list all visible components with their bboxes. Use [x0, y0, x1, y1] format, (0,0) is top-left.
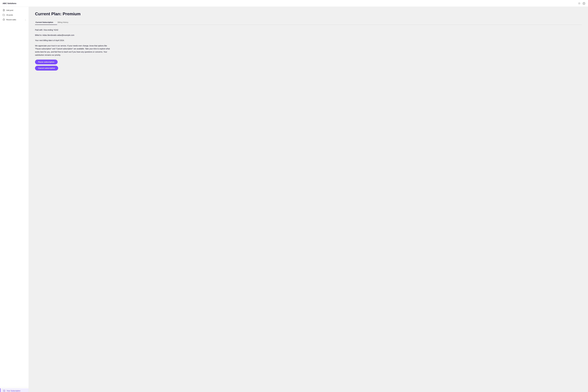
app-container: Add post All posts Rece — [0, 0, 588, 392]
page-title: Current Plan: Premium — [35, 12, 582, 16]
sidebar-bottom: Your Subscription Settings ⌄ — [0, 387, 28, 392]
clock-icon — [2, 18, 5, 21]
sidebar-item-recent-edits-label: Recent edits — [6, 19, 24, 21]
tab-current-subscription[interactable]: Current Subscription — [35, 20, 57, 25]
sidebar-item-add-post-label: Add post — [6, 9, 26, 11]
topbar-logo: ABC Solutions — [2, 2, 29, 4]
sidebar-item-recent-edits[interactable]: Recent edits ⌄ — [0, 17, 28, 22]
sidebar-item-your-subscription[interactable]: Your Subscription — [0, 388, 28, 392]
chevron-down-icon: ⌄ — [25, 19, 26, 20]
user-circle-icon[interactable] — [582, 2, 586, 5]
sidebar-item-your-subscription-label: Your Subscription — [7, 390, 26, 392]
sun-icon[interactable] — [578, 2, 581, 5]
subscription-message: We appreciate your trust in our service.… — [35, 44, 111, 57]
svg-point-10 — [584, 2, 584, 4]
billing-info: Billed to: Aidas Bendoraitis aidas@examp… — [35, 34, 582, 36]
sidebar-nav: Add post All posts Rece — [0, 7, 28, 387]
file-plus-icon — [2, 9, 5, 11]
sidebar-item-add-post[interactable]: Add post — [0, 8, 28, 12]
tab-billing-history[interactable]: Billing History — [57, 20, 72, 25]
pause-subscription-button[interactable]: Pause subscription — [35, 60, 58, 64]
tabs: Current Subscription Billing History — [35, 20, 582, 25]
topbar: ABC Solutions — [0, 0, 588, 7]
folder-icon — [2, 14, 5, 16]
subscription-content: Paid with: Visa ending *4242 Billed to: … — [35, 28, 582, 70]
svg-point-0 — [579, 3, 580, 4]
sidebar-item-all-posts-label: All posts — [6, 14, 26, 16]
next-billing-date: Your next billing date is 8 April 2024. — [35, 39, 582, 42]
check-circle-icon — [3, 390, 5, 392]
payment-info: Paid with: Visa ending *4242 — [35, 28, 582, 31]
subscription-buttons: Pause subscription Cancel subscription — [35, 60, 582, 70]
sidebar-item-all-posts[interactable]: All posts — [0, 12, 28, 17]
main-content: Current Plan: Premium Current Subscripti… — [29, 7, 588, 392]
cancel-subscription-button[interactable]: Cancel subscription — [35, 66, 58, 70]
topbar-right — [578, 2, 586, 5]
sidebar: Add post All posts Rece — [0, 7, 29, 392]
